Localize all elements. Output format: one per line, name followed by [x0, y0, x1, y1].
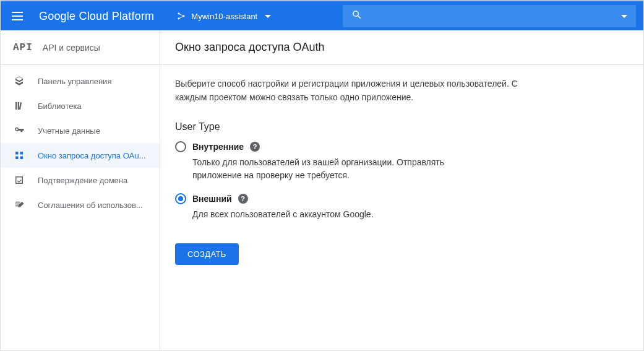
main-pane: Окно запроса доступа OAuth Выберите спос…	[160, 30, 643, 350]
library-icon	[13, 100, 25, 112]
sidebar-item-label: Окно запроса доступа OAu...	[38, 151, 146, 160]
project-icon	[176, 11, 186, 21]
sidebar: API API и сервисы Панель управления Библ…	[1, 30, 160, 350]
sidebar-title: API и сервисы	[43, 43, 100, 53]
key-icon	[13, 124, 25, 137]
sidebar-item-label: Библиотека	[38, 102, 82, 111]
sidebar-item-label: Соглашения об использов...	[38, 201, 143, 210]
sidebar-item-label: Учетные данные	[38, 126, 100, 136]
sidebar-item-credentials[interactable]: Учетные данные	[1, 118, 160, 143]
radio-external-label: Внешний	[192, 194, 232, 204]
help-icon[interactable]: ?	[250, 142, 260, 152]
search-dropdown-icon[interactable]	[621, 15, 627, 18]
user-type-radio-group: Внутренние ? Только для пользователей из…	[175, 141, 541, 221]
sidebar-nav: Панель управления Библиотека Учетные дан…	[1, 65, 160, 217]
radio-internal-description: Только для пользователей из вашей органи…	[175, 156, 484, 182]
sidebar-item-label: Панель управления	[38, 77, 111, 86]
sidebar-item-domain-verification[interactable]: Подтверждение домена	[1, 168, 160, 193]
page-title: Окно запроса доступа OAuth	[160, 30, 643, 65]
radio-internal-label: Внутренние	[192, 142, 244, 152]
platform-logo-text: Google Cloud Platform	[39, 10, 154, 23]
dashboard-icon	[13, 75, 25, 87]
search-bar[interactable]	[343, 5, 636, 27]
search-input[interactable]	[370, 11, 614, 21]
sidebar-item-label: Подтверждение домена	[38, 176, 127, 185]
help-icon[interactable]: ?	[238, 194, 248, 204]
radio-option-external: Внешний ? Для всех пользователей с аккау…	[175, 193, 541, 221]
sidebar-item-oauth-consent[interactable]: Окно запроса доступа OAu...	[1, 143, 160, 168]
user-type-heading: User Type	[175, 121, 541, 132]
consent-icon	[13, 149, 25, 162]
sidebar-header: API API и сервисы	[1, 30, 160, 65]
project-name: Mywin10-assistant	[191, 12, 257, 21]
radio-external-description: Для всех пользователей с аккаунтом Googl…	[175, 208, 484, 221]
chevron-down-icon	[265, 15, 271, 18]
radio-external[interactable]	[175, 193, 186, 204]
intro-text: Выберите способ настройки и регистрации …	[175, 77, 541, 104]
api-badge: API	[13, 42, 33, 53]
radio-option-internal: Внутренние ? Только для пользователей из…	[175, 141, 541, 182]
create-button[interactable]: СОЗДАТЬ	[175, 243, 239, 265]
sidebar-item-dashboard[interactable]: Панель управления	[1, 69, 160, 93]
check-square-icon	[13, 174, 25, 186]
project-selector[interactable]: Mywin10-assistant	[170, 7, 277, 25]
agreements-icon	[13, 199, 25, 211]
sidebar-item-library[interactable]: Библиотека	[1, 93, 160, 118]
radio-internal[interactable]	[175, 141, 186, 152]
menu-icon[interactable]	[12, 9, 27, 24]
top-app-bar: Google Cloud Platform Mywin10-assistant	[1, 1, 643, 30]
sidebar-item-page-usage-agreements[interactable]: Соглашения об использов...	[1, 193, 160, 217]
search-icon	[351, 9, 363, 23]
